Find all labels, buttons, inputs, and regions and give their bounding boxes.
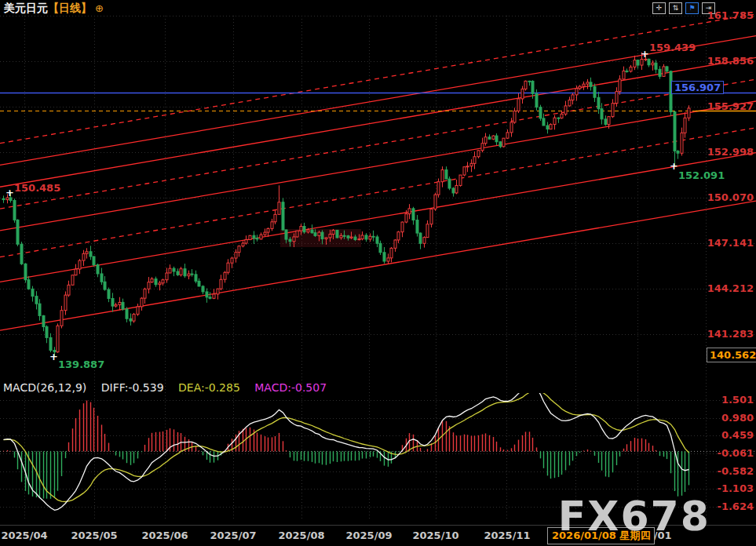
time-axis-label: 2025/04 [1,530,47,541]
add-indicator-icon[interactable]: ⊕ [95,2,104,14]
macd-value-label: MACD:-0.507 [254,381,327,394]
axis-scale-icon[interactable]: ⇅ [669,2,682,14]
gridlines [0,16,756,521]
watermark: FX678 [558,493,710,540]
macd-axis-label: -0.061 [699,447,754,459]
time-axis-label: 2025/11 [484,530,530,541]
dea-value-label: DEA:-0.285 [178,381,240,394]
time-axis-label: 2025/09 [345,530,392,541]
swing-price-label: 152.091 [678,169,725,181]
price-axis-label: 161.785 [699,9,754,21]
flag-marker-icon[interactable]: ⚑ [685,2,699,14]
chart-window: 美元日元【日线】⊕ ✛ ⇅ ⚑ ⇥ 161.785158.856155.9271… [0,0,756,546]
chart-header: 美元日元【日线】⊕ [4,2,104,16]
price-axis-label: 150.070 [699,191,754,203]
blue-level-label: 156.907 [671,81,724,94]
price-axis-label: 152.998 [699,146,754,158]
price-axis-label: 144.212 [699,282,754,294]
time-axis-label: 2025/06 [141,530,188,541]
time-axis-label: 2025/10 [412,530,458,541]
swing-point-marker: + [641,50,649,58]
time-axis-label: 2025/05 [71,530,117,541]
price-axis-label: 141.283 [699,328,754,340]
macd-params-label: MACD(26,12,9) [3,381,86,394]
macd-legend: MACD(26,12,9) DIFF:-0.539 DEA:-0.285 MAC… [3,381,338,394]
period-label: 【日线】 [48,2,92,14]
macd-axis-label: 1.501 [699,394,754,406]
time-axis-label: 2025/07 [210,530,256,541]
swing-price-label: 159.439 [649,42,696,53]
price-axis-label: 155.927 [699,100,754,112]
price-readout-box: 140.562 [707,348,756,362]
candlestick-series [2,53,690,357]
pan-tool-icon[interactable]: ✛ [652,2,666,14]
symbol-title: 美元日元 [4,2,48,14]
chart-canvas[interactable] [0,0,756,546]
swing-point-marker: + [670,162,678,170]
diff-value-label: DIFF:-0.539 [101,381,164,394]
swing-price-label: 139.887 [58,359,104,370]
macd-axis-label: 0.459 [699,429,754,441]
macd-indicator [0,383,756,511]
swing-point-marker: + [5,189,14,197]
swing-point-marker: + [49,353,58,361]
price-axis-label: 158.856 [699,55,754,67]
macd-axis-label: 0.980 [699,412,754,424]
macd-axis-label: -0.582 [699,465,754,477]
time-axis-label: 2025/08 [278,530,324,541]
swing-price-label: 150.485 [14,182,60,194]
price-axis-label: 147.141 [699,237,754,249]
